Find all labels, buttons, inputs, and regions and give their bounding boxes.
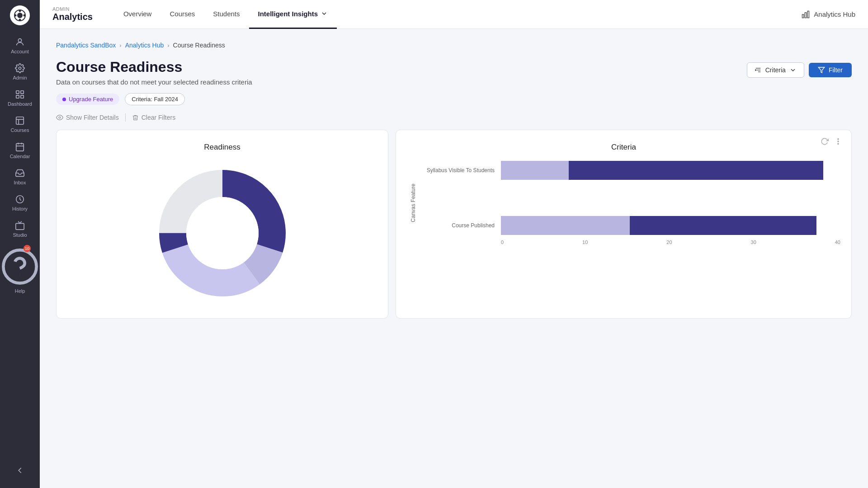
content-area: Pandalytics SandBox › Analytics Hub › Co…: [40, 29, 868, 488]
y-axis-label-container: Canvas Feature: [407, 161, 420, 245]
filter-icon: [818, 66, 825, 74]
show-filter-details-button[interactable]: Show Filter Details: [56, 114, 119, 121]
topnav-link-courses[interactable]: Courses: [160, 0, 204, 29]
filter-bar: Upgrade Feature Criteria: Fall 2024: [56, 93, 852, 105]
more-options-icon[interactable]: [834, 137, 842, 145]
sidebar-item-studio[interactable]: Studio: [0, 216, 40, 242]
topnav-link-overview[interactable]: Overview: [114, 0, 161, 29]
svg-rect-25: [807, 11, 809, 18]
topnav-links: Overview Courses Students Intelligent In…: [114, 0, 801, 29]
svg-rect-8: [16, 91, 19, 94]
refresh-icon[interactable]: [821, 137, 829, 145]
breadcrumb-sep-2: ›: [167, 42, 169, 49]
bar-label-syllabus: Syllabus Visible To Students: [420, 167, 501, 174]
clear-filters-button[interactable]: Clear Filters: [132, 114, 175, 121]
readiness-chart-title: Readiness: [67, 143, 377, 152]
filter-actions: Show Filter Details Clear Filters: [56, 113, 852, 122]
svg-point-6: [18, 39, 21, 42]
dashboard-icon: [15, 89, 25, 99]
sidebar-item-courses[interactable]: Courses: [0, 111, 40, 137]
svg-point-4: [24, 14, 26, 17]
page-title: Course Readiness: [56, 59, 252, 75]
upgrade-dot: [62, 98, 66, 101]
x-axis: 0 10 20 30 40: [420, 239, 840, 245]
svg-point-7: [19, 67, 21, 70]
bar-spacer: [420, 194, 840, 212]
bar-label-published: Course Published: [420, 222, 501, 229]
inbox-icon: [15, 168, 25, 178]
bar-chart-inner: Syllabus Visible To Students Course Publ…: [420, 161, 840, 245]
sidebar-item-account[interactable]: Account: [0, 33, 40, 59]
bar-row-syllabus: Syllabus Visible To Students: [420, 161, 840, 180]
history-icon: [15, 194, 25, 204]
svg-rect-11: [21, 95, 24, 98]
svg-point-1: [17, 13, 23, 18]
sidebar-item-history[interactable]: History: [0, 190, 40, 216]
topnav-link-students[interactable]: Students: [204, 0, 249, 29]
criteria-badge: Criteria: Fall 2024: [125, 93, 185, 105]
svg-rect-20: [16, 223, 24, 230]
criteria-icon: [755, 66, 762, 74]
account-icon: [15, 37, 25, 47]
chart-toolbar: [821, 137, 842, 145]
svg-point-5: [19, 19, 21, 21]
sidebar-item-courses-label: Courses: [11, 127, 29, 133]
admin-icon: [15, 63, 25, 73]
bar-segment-syllabus-dark: [569, 161, 823, 180]
y-axis-label: Canvas Feature: [410, 183, 416, 222]
page-title-block: Course Readiness Data on courses that do…: [56, 59, 252, 86]
sidebar: Account Admin Dashboard Courses Calendar…: [0, 0, 40, 488]
topnav-link-intelligent-insights[interactable]: Intelligent Insights: [249, 0, 337, 29]
sidebar-item-dashboard[interactable]: Dashboard: [0, 85, 40, 111]
topnav-brand-name: Analytics: [52, 12, 93, 22]
sidebar-item-studio-label: Studio: [13, 232, 27, 238]
eye-icon: [56, 114, 63, 121]
sidebar-item-calendar-label: Calendar: [10, 154, 30, 159]
filter-divider: [125, 113, 126, 122]
sidebar-item-inbox-label: Inbox: [14, 180, 26, 185]
sidebar-item-admin-label: Admin: [13, 75, 27, 80]
bar-row-published: Course Published: [420, 216, 840, 235]
sidebar-item-history-label: History: [12, 206, 28, 211]
help-icon: [0, 247, 40, 286]
sidebar-item-calendar[interactable]: Calendar: [0, 137, 40, 164]
sidebar-item-help-label: Help: [15, 288, 25, 294]
criteria-chart-title: Criteria: [407, 143, 840, 152]
help-badge: 10: [24, 245, 31, 252]
chart-row: Readiness: [56, 130, 852, 319]
bar-segment-published-light: [501, 216, 630, 235]
svg-point-29: [755, 70, 756, 70]
calendar-icon: [15, 142, 25, 152]
svg-point-21: [3, 250, 36, 283]
sidebar-item-inbox[interactable]: Inbox: [0, 164, 40, 190]
bar-track-syllabus: [501, 161, 840, 180]
svg-rect-10: [16, 95, 19, 98]
sidebar-item-account-label: Account: [11, 49, 29, 54]
svg-point-38: [838, 139, 839, 140]
breadcrumb-analytics-hub[interactable]: Analytics Hub: [125, 42, 164, 49]
bar-segment-syllabus-light: [501, 161, 569, 180]
breadcrumb-pandalytics[interactable]: Pandalytics SandBox: [56, 42, 116, 49]
sidebar-item-dashboard-label: Dashboard: [8, 101, 32, 107]
upgrade-badge: Upgrade Feature: [56, 94, 119, 105]
svg-point-39: [838, 141, 839, 142]
topnav-right[interactable]: Analytics Hub: [801, 10, 855, 19]
bar-segment-published-dark: [630, 216, 816, 235]
readiness-donut-container: [67, 161, 377, 305]
sidebar-collapse-button[interactable]: [9, 460, 30, 483]
criteria-button[interactable]: Criteria: [747, 62, 804, 78]
topnav-brand: ADMIN Analytics: [52, 6, 93, 22]
analytics-hub-icon: [801, 10, 810, 19]
sidebar-item-admin[interactable]: Admin: [0, 59, 40, 85]
page-header: Course Readiness Data on courses that do…: [56, 59, 852, 86]
bar-track-published: [501, 216, 840, 235]
svg-rect-24: [805, 12, 807, 18]
sidebar-item-help[interactable]: 10 Help: [0, 242, 40, 298]
criteria-chevron-icon: [789, 66, 797, 74]
svg-point-37: [186, 197, 259, 269]
filter-button[interactable]: Filter: [809, 63, 852, 77]
app-logo[interactable]: [10, 5, 30, 25]
svg-point-2: [19, 10, 21, 12]
breadcrumb-sep-1: ›: [119, 42, 121, 49]
main-wrapper: ADMIN Analytics Overview Courses Student…: [40, 0, 868, 488]
